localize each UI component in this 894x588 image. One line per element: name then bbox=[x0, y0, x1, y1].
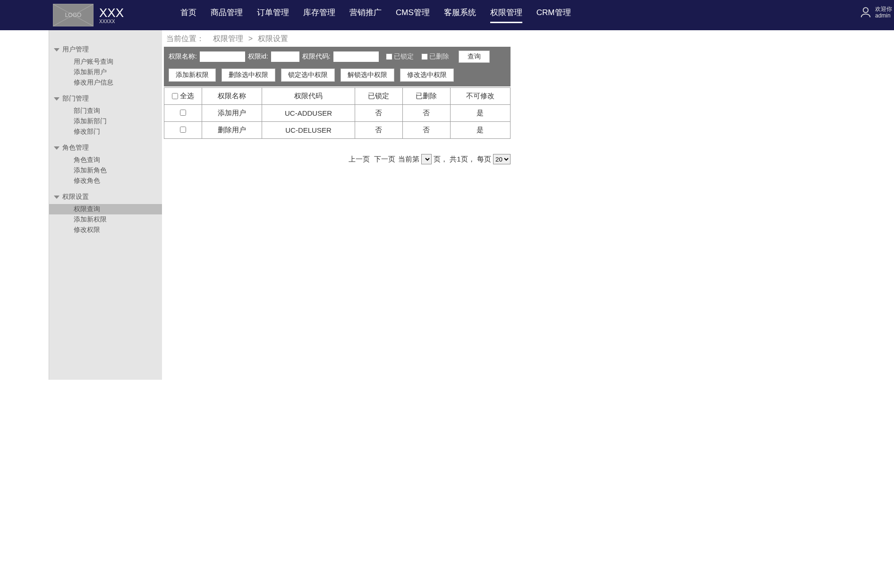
sidebar-item[interactable]: 修改部门 bbox=[74, 127, 162, 137]
cell-code: UC-DELUSER bbox=[262, 122, 355, 139]
chevron-down-icon bbox=[54, 97, 60, 101]
user-area[interactable]: 欢迎你 admin bbox=[859, 6, 892, 19]
sidebar-item[interactable]: 部门查询 bbox=[74, 106, 162, 116]
permission-table: 全选 权限名称 权限代码 已锁定 已删除 不可修改 添加用户UC-ADDUSER… bbox=[164, 87, 511, 139]
sidebar-group-head[interactable]: 角色管理 bbox=[49, 142, 162, 154]
table-header-row: 全选 权限名称 权限代码 已锁定 已删除 不可修改 bbox=[164, 88, 511, 105]
pager-page-select[interactable] bbox=[421, 154, 432, 164]
welcome-text: 欢迎你 bbox=[875, 6, 892, 12]
action-button[interactable]: 锁定选中权限 bbox=[281, 68, 335, 82]
cell-immutable: 是 bbox=[450, 105, 510, 122]
sidebar-item[interactable]: 修改用户信息 bbox=[74, 77, 162, 88]
table-row: 删除用户UC-DELUSER否否是 bbox=[164, 122, 511, 139]
topnav-item[interactable]: 客服系统 bbox=[444, 7, 476, 23]
col-locked: 已锁定 bbox=[355, 88, 402, 105]
svg-point-0 bbox=[863, 8, 868, 12]
sidebar-item[interactable]: 角色查询 bbox=[74, 155, 162, 165]
topnav-item[interactable]: 订单管理 bbox=[257, 7, 289, 23]
breadcrumb: 当前位置： 权限管理 > 权限设置 bbox=[164, 30, 894, 47]
topnav-item[interactable]: 库存管理 bbox=[303, 7, 335, 23]
sidebar-group-head[interactable]: 用户管理 bbox=[49, 43, 162, 56]
cell-deleted: 否 bbox=[402, 105, 450, 122]
chevron-down-icon bbox=[54, 48, 60, 51]
row-checkbox[interactable] bbox=[180, 110, 186, 116]
sidebar-item[interactable]: 添加新权限 bbox=[74, 214, 162, 225]
filter-locked-label: 已锁定 bbox=[394, 52, 414, 61]
action-button[interactable]: 添加新权限 bbox=[169, 68, 216, 82]
pager-perpage-label: 每页 bbox=[477, 155, 491, 163]
pager-perpage-select[interactable]: 20 bbox=[493, 154, 511, 164]
pager-total: 共1页， bbox=[450, 155, 475, 163]
col-code: 权限代码 bbox=[262, 88, 355, 105]
logo-placeholder: LOGO bbox=[53, 4, 94, 26]
cell-code: UC-ADDUSER bbox=[262, 105, 355, 122]
user-icon bbox=[859, 6, 872, 19]
breadcrumb-sep: > bbox=[248, 34, 253, 43]
sidebar-group-title: 角色管理 bbox=[62, 144, 89, 152]
topnav-item[interactable]: 商品管理 bbox=[211, 7, 243, 23]
top-nav: 首页商品管理订单管理库存管理营销推广CMS管理客服系统权限管理CRM管理 bbox=[180, 7, 571, 23]
logo-text: LOGO bbox=[65, 12, 82, 18]
sidebar-group-head[interactable]: 权限设置 bbox=[49, 191, 162, 203]
chevron-down-icon bbox=[54, 146, 60, 150]
chevron-down-icon bbox=[54, 196, 60, 199]
sidebar-item[interactable]: 添加新角色 bbox=[74, 165, 162, 176]
action-button[interactable]: 修改选中权限 bbox=[400, 68, 454, 82]
topnav-item[interactable]: 营销推广 bbox=[349, 7, 382, 23]
breadcrumb-part-1[interactable]: 权限管理 bbox=[213, 34, 243, 43]
brand-block: XXX XXXXX bbox=[99, 7, 124, 24]
topnav-item[interactable]: CMS管理 bbox=[396, 7, 430, 23]
col-name: 权限名称 bbox=[202, 88, 262, 105]
filter-name-input[interactable] bbox=[200, 51, 245, 62]
filter-bar: 权限名称: 权限id: 权限代码: 已锁定 已删除 查询 添加新权限删除选中权限… bbox=[164, 47, 511, 86]
sidebar-item[interactable]: 权限查询 bbox=[49, 204, 162, 214]
cell-locked: 否 bbox=[355, 105, 402, 122]
sidebar-item[interactable]: 添加新用户 bbox=[74, 67, 162, 77]
table-row: 添加用户UC-ADDUSER否否是 bbox=[164, 105, 511, 122]
sidebar-group-title: 用户管理 bbox=[62, 45, 89, 54]
cell-immutable: 是 bbox=[450, 122, 510, 139]
filter-action-row: 添加新权限删除选中权限锁定选中权限解锁选中权限修改选中权限 bbox=[169, 68, 506, 82]
filter-id-label: 权限id: bbox=[248, 52, 268, 61]
pager-page-suffix: 页， bbox=[434, 155, 448, 163]
action-button[interactable]: 解锁选中权限 bbox=[341, 68, 394, 82]
query-button[interactable]: 查询 bbox=[459, 51, 490, 63]
sidebar-item[interactable]: 添加新部门 bbox=[74, 116, 162, 127]
filter-deleted-checkbox[interactable] bbox=[421, 53, 428, 60]
filter-code-label: 权限代码: bbox=[302, 52, 331, 61]
sidebar: 用户管理用户账号查询添加新用户修改用户信息部门管理部门查询添加新部门修改部门角色… bbox=[49, 30, 162, 380]
cell-locked: 否 bbox=[355, 122, 402, 139]
filter-deleted-label: 已删除 bbox=[429, 52, 449, 61]
select-all-checkbox[interactable] bbox=[172, 93, 178, 99]
select-all-label: 全选 bbox=[180, 92, 194, 101]
filter-locked-checkbox[interactable] bbox=[386, 53, 392, 60]
topnav-item[interactable]: 权限管理 bbox=[490, 7, 522, 23]
row-checkbox[interactable] bbox=[180, 127, 186, 133]
topnav-item[interactable]: CRM管理 bbox=[536, 7, 571, 23]
sidebar-group-head[interactable]: 部门管理 bbox=[49, 93, 162, 105]
pager-next[interactable]: 下一页 bbox=[374, 155, 395, 163]
col-deleted: 已删除 bbox=[402, 88, 450, 105]
filter-name-label: 权限名称: bbox=[169, 52, 197, 61]
cell-name: 添加用户 bbox=[202, 105, 262, 122]
pager: 上一页 下一页 当前第 页， 共1页， 每页 20 bbox=[164, 154, 511, 164]
username: admin bbox=[875, 12, 892, 19]
breadcrumb-part-2[interactable]: 权限设置 bbox=[258, 34, 288, 43]
filter-code-input[interactable] bbox=[333, 51, 379, 62]
top-header: LOGO XXX XXXXX 首页商品管理订单管理库存管理营销推广CMS管理客服… bbox=[0, 0, 894, 30]
cell-deleted: 否 bbox=[402, 122, 450, 139]
action-button[interactable]: 删除选中权限 bbox=[221, 68, 275, 82]
sidebar-group-title: 权限设置 bbox=[62, 193, 89, 201]
pager-prev[interactable]: 上一页 bbox=[349, 155, 370, 163]
sidebar-item[interactable]: 修改角色 bbox=[74, 176, 162, 186]
cell-name: 删除用户 bbox=[202, 122, 262, 139]
breadcrumb-label: 当前位置： bbox=[166, 34, 204, 43]
col-immutable: 不可修改 bbox=[450, 88, 510, 105]
topnav-item[interactable]: 首页 bbox=[180, 7, 196, 23]
pager-current-label: 当前第 bbox=[398, 155, 419, 163]
sidebar-item[interactable]: 用户账号查询 bbox=[74, 57, 162, 67]
main-content: 当前位置： 权限管理 > 权限设置 权限名称: 权限id: 权限代码: 已锁定 … bbox=[162, 30, 894, 380]
filter-id-input[interactable] bbox=[271, 51, 299, 62]
brand-title: XXX bbox=[99, 7, 124, 19]
sidebar-item[interactable]: 修改权限 bbox=[74, 225, 162, 235]
